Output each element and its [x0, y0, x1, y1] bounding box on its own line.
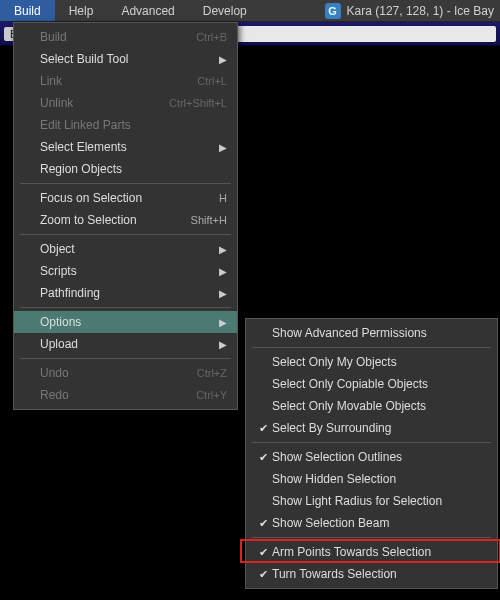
options-submenu-separator — [252, 347, 491, 348]
group-icon: G — [325, 3, 341, 19]
menu-item-label: Upload — [40, 337, 217, 351]
menu-item-label: Pathfinding — [40, 286, 217, 300]
menu-item-label: Undo — [40, 366, 187, 380]
menu-item-label: Redo — [40, 388, 186, 402]
build-menu-item-undo: UndoCtrl+Z — [14, 362, 237, 384]
options-submenu-item-select-only-copiable-objects[interactable]: Select Only Copiable Objects — [246, 373, 497, 395]
menu-item-accelerator: Shift+H — [181, 214, 227, 226]
build-menu-item-link: LinkCtrl+L — [14, 70, 237, 92]
build-menu-item-object[interactable]: Object▶ — [14, 238, 237, 260]
build-menu-item-select-elements[interactable]: Select Elements▶ — [14, 136, 237, 158]
menu-item-accelerator: Ctrl+Z — [187, 367, 227, 379]
build-menu-separator — [20, 234, 231, 235]
build-menu-item-upload[interactable]: Upload▶ — [14, 333, 237, 355]
menu-item-label: Object — [40, 242, 217, 256]
build-menu-item-scripts[interactable]: Scripts▶ — [14, 260, 237, 282]
build-menu-item-pathfinding[interactable]: Pathfinding▶ — [14, 282, 237, 304]
options-submenu-separator — [252, 442, 491, 443]
options-submenu-separator — [252, 537, 491, 538]
chevron-right-icon: ▶ — [217, 339, 227, 350]
menu-item-label: Select Build Tool — [40, 52, 217, 66]
menu-item-label: Edit Linked Parts — [40, 118, 227, 132]
options-submenu-item-arm-points-towards-selection[interactable]: ✔Arm Points Towards Selection — [246, 541, 497, 563]
menu-item-label: Scripts — [40, 264, 217, 278]
menu-item-label: Arm Points Towards Selection — [272, 545, 487, 559]
build-menu-item-select-build-tool[interactable]: Select Build Tool▶ — [14, 48, 237, 70]
check-icon: ✔ — [254, 517, 272, 530]
menu-item-label: Select Only Copiable Objects — [272, 377, 487, 391]
menubar-spacer — [261, 0, 319, 21]
menu-item-label: Show Selection Beam — [272, 516, 487, 530]
options-submenu-item-show-light-radius-for-selection[interactable]: Show Light Radius for Selection — [246, 490, 497, 512]
options-submenu-item-show-hidden-selection[interactable]: Show Hidden Selection — [246, 468, 497, 490]
menu-item-label: Build — [40, 30, 186, 44]
build-menu-separator — [20, 307, 231, 308]
check-icon: ✔ — [254, 422, 272, 435]
check-icon: ✔ — [254, 568, 272, 581]
menubar: Build Help Advanced Develop G Kara (127,… — [0, 0, 500, 22]
build-menu-item-build: BuildCtrl+B — [14, 26, 237, 48]
menu-item-label: Select Only My Objects — [272, 355, 487, 369]
options-submenu: Show Advanced PermissionsSelect Only My … — [245, 318, 498, 589]
menu-item-accelerator: Ctrl+Shift+L — [159, 97, 227, 109]
build-menu-separator — [20, 183, 231, 184]
menu-item-label: Show Selection Outlines — [272, 450, 487, 464]
menubar-item-advanced[interactable]: Advanced — [107, 0, 188, 21]
menu-item-label: Select Only Movable Objects — [272, 399, 487, 413]
build-menu-item-focus-on-selection[interactable]: Focus on SelectionH — [14, 187, 237, 209]
build-menu-item-unlink: UnlinkCtrl+Shift+L — [14, 92, 237, 114]
chevron-right-icon: ▶ — [217, 288, 227, 299]
menubar-item-help[interactable]: Help — [55, 0, 108, 21]
menu-item-label: Show Hidden Selection — [272, 472, 487, 486]
location-text: Kara (127, 128, 1) - Ice Bay — [347, 4, 494, 18]
menubar-item-develop[interactable]: Develop — [189, 0, 261, 21]
menu-item-accelerator: Ctrl+B — [186, 31, 227, 43]
chevron-right-icon: ▶ — [217, 244, 227, 255]
menubar-item-build[interactable]: Build — [0, 0, 55, 21]
menu-item-label: Options — [40, 315, 217, 329]
options-submenu-item-select-only-movable-objects[interactable]: Select Only Movable Objects — [246, 395, 497, 417]
menu-item-label: Show Advanced Permissions — [272, 326, 487, 340]
options-submenu-item-show-selection-beam[interactable]: ✔Show Selection Beam — [246, 512, 497, 534]
location-badge[interactable]: G Kara (127, 128, 1) - Ice Bay — [319, 0, 500, 21]
menu-item-label: Select By Surrounding — [272, 421, 487, 435]
check-icon: ✔ — [254, 451, 272, 464]
menu-item-label: Select Elements — [40, 140, 217, 154]
menu-item-label: Region Objects — [40, 162, 227, 176]
menu-item-accelerator: Ctrl+L — [187, 75, 227, 87]
options-submenu-item-show-selection-outlines[interactable]: ✔Show Selection Outlines — [246, 446, 497, 468]
build-menu-item-zoom-to-selection[interactable]: Zoom to SelectionShift+H — [14, 209, 237, 231]
chevron-right-icon: ▶ — [217, 317, 227, 328]
build-menu-separator — [20, 358, 231, 359]
menu-item-label: Unlink — [40, 96, 159, 110]
build-menu-item-edit-linked-parts: Edit Linked Parts — [14, 114, 237, 136]
build-menu-item-options[interactable]: Options▶ — [14, 311, 237, 333]
chevron-right-icon: ▶ — [217, 142, 227, 153]
menu-item-accelerator: Ctrl+Y — [186, 389, 227, 401]
menu-item-label: Focus on Selection — [40, 191, 209, 205]
build-menu: BuildCtrl+BSelect Build Tool▶LinkCtrl+LU… — [13, 22, 238, 410]
menu-item-accelerator: H — [209, 192, 227, 204]
chevron-right-icon: ▶ — [217, 266, 227, 277]
build-menu-item-region-objects[interactable]: Region Objects — [14, 158, 237, 180]
menu-item-label: Zoom to Selection — [40, 213, 181, 227]
menu-item-label: Turn Towards Selection — [272, 567, 487, 581]
options-submenu-item-show-advanced-permissions[interactable]: Show Advanced Permissions — [246, 322, 497, 344]
chevron-right-icon: ▶ — [217, 54, 227, 65]
menu-item-label: Link — [40, 74, 187, 88]
options-submenu-item-select-only-my-objects[interactable]: Select Only My Objects — [246, 351, 497, 373]
options-submenu-item-turn-towards-selection[interactable]: ✔Turn Towards Selection — [246, 563, 497, 585]
build-menu-item-redo: RedoCtrl+Y — [14, 384, 237, 406]
menu-item-label: Show Light Radius for Selection — [272, 494, 487, 508]
check-icon: ✔ — [254, 546, 272, 559]
options-submenu-item-select-by-surrounding[interactable]: ✔Select By Surrounding — [246, 417, 497, 439]
